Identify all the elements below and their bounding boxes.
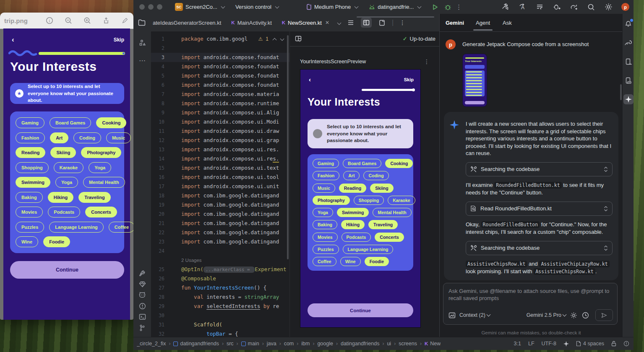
attach-debugger-icon[interactable]	[553, 3, 561, 11]
breadcrumb-item[interactable]: ibm	[301, 341, 310, 347]
running-devices-icon[interactable]	[623, 57, 634, 67]
screenshot-thumbnail[interactable]: Your Interests	[462, 54, 487, 107]
code-line: 11import androidx.compose.ui.draw	[151, 127, 289, 136]
more-run-actions-button[interactable]: ⋮	[456, 3, 462, 11]
code-editor[interactable]: 1package com.ibm.googl23import androidx.…	[151, 31, 289, 337]
kodee-assistant-icon[interactable]	[137, 290, 148, 300]
line-ending[interactable]: LF	[528, 341, 534, 347]
gemini-scrollbar[interactable]	[620, 84, 622, 100]
problems-icon[interactable]	[137, 300, 148, 311]
breadcrumb-item[interactable]: KNew	[425, 341, 441, 347]
zoom-out-icon[interactable]	[64, 16, 73, 25]
send-button[interactable]	[595, 309, 613, 321]
tab-scrollbar[interactable]	[357, 16, 434, 18]
file-search-icon	[470, 205, 477, 212]
project-widget[interactable]: SC Screen2Co...	[175, 3, 224, 11]
tool-card[interactable]: Read RoundedFilledButton.kt	[466, 202, 613, 216]
notifications-bell-icon[interactable]	[623, 19, 634, 29]
breadcrumb-item[interactable]: main	[241, 341, 259, 347]
debug-button[interactable]	[444, 4, 451, 10]
rename-refactor-icon[interactable]: A	[518, 3, 527, 11]
close-icon[interactable]: ✕	[325, 20, 329, 26]
build-icon[interactable]	[501, 3, 509, 11]
main-toolbar: SC Screen2Co... Version control Medium P…	[133, 0, 634, 14]
inspections-widget[interactable]: ⚠1	[257, 36, 285, 42]
build-tool-window-icon[interactable]	[137, 268, 148, 279]
share-icon[interactable]	[102, 16, 110, 25]
editor-tab[interactable]: ateIdeasGeneratorScreen.kt	[148, 14, 226, 31]
terminal-icon[interactable]	[137, 311, 148, 322]
line-number: 30	[151, 311, 164, 320]
preview-layout-icon[interactable]	[294, 35, 302, 43]
markup-icon[interactable]	[121, 16, 129, 25]
tab-ask[interactable]: Ask	[502, 15, 513, 31]
editor-tab[interactable]: KMainActivity.kt	[226, 14, 276, 31]
breadcrumb-item[interactable]: screens	[399, 341, 417, 347]
inspections-status-icon[interactable]	[623, 341, 629, 347]
caret-position[interactable]: 3:1	[514, 341, 521, 347]
expand-chevron-icon[interactable]	[604, 166, 608, 172]
window-minimize-button[interactable]	[148, 4, 154, 10]
vcs-widget[interactable]: Version control	[235, 4, 279, 10]
project-tool-window-icon[interactable]	[138, 18, 146, 27]
window-zoom-button[interactable]	[157, 4, 162, 10]
tab-agent[interactable]: Agent	[475, 15, 491, 31]
git-icon[interactable]	[137, 322, 148, 333]
attach-image-icon[interactable]	[448, 311, 456, 319]
tab-list-chevron-icon[interactable]	[337, 21, 342, 25]
structure-view-icon[interactable]	[347, 18, 355, 27]
dependencies-icon[interactable]	[137, 279, 148, 290]
device-preview-icon[interactable]	[378, 18, 386, 27]
module-selector[interactable]: datingandfrie...	[369, 4, 421, 10]
settings-gear-icon[interactable]	[604, 3, 613, 11]
progress-bar	[362, 89, 415, 91]
lock-icon[interactable]	[611, 341, 616, 347]
encoding[interactable]: UTF-8	[542, 341, 556, 347]
tool-card[interactable]: Searching the codebase	[466, 241, 613, 255]
search-everywhere-icon[interactable]	[587, 3, 595, 11]
interest-chip-grid: GamingBoard GamesCookingFashionArtCoding…	[10, 111, 124, 253]
breadcrumb-item[interactable]: ui	[387, 341, 391, 347]
info-icon[interactable]: i	[45, 16, 54, 25]
user-avatar[interactable]: p	[621, 3, 629, 11]
breadcrumb-item[interactable]: datingandfriends	[173, 341, 219, 347]
breadcrumb-item[interactable]: java	[267, 341, 276, 347]
breadcrumb-item[interactable]: _circle_2_fix	[137, 341, 166, 347]
gemini-settings-gear-icon[interactable]	[569, 311, 578, 319]
device-explorer-icon[interactable]	[623, 75, 634, 85]
interest-chip: Board Games	[343, 159, 381, 168]
breadcrumb[interactable]: _circle_2_fix›datingandfriends›src›main›…	[137, 341, 441, 347]
model-selector[interactable]: Gemini 2.5 Pro	[527, 312, 566, 318]
gemini-tool-window-icon[interactable]	[623, 94, 634, 104]
module-icon	[241, 342, 246, 346]
line-number: 27	[151, 283, 164, 292]
context-selector[interactable]: Context (2)	[459, 312, 490, 318]
zoom-in-icon[interactable]	[83, 16, 91, 25]
gradle-icon[interactable]	[623, 38, 634, 48]
gemini-spark-status-icon[interactable]	[563, 341, 569, 347]
tab-options-kebab-icon[interactable]: ⋮	[399, 19, 405, 26]
preview-status: ✓Up-to-date	[403, 36, 435, 42]
gemini-prompt-input[interactable]: Ask Gemini, use @filename to attach sour…	[443, 283, 618, 325]
more-tool-windows-icon[interactable]: ⋯	[137, 55, 148, 66]
gradle-sync-icon[interactable]	[570, 3, 578, 11]
indent-widget[interactable]: 4 spaces	[576, 341, 604, 347]
expand-chevron-icon[interactable]	[604, 245, 608, 251]
breadcrumb-item[interactable]: src	[227, 341, 234, 347]
tool-card[interactable]: Searching the codebase	[466, 162, 613, 176]
device-selector[interactable]: Medium Phone	[306, 4, 358, 10]
editor-tab[interactable]: KNewScreen.kt✕	[277, 14, 334, 31]
window-close-button[interactable]	[139, 4, 145, 10]
history-clock-icon[interactable]	[581, 311, 589, 319]
structure-icon[interactable]	[137, 37, 148, 48]
run-button[interactable]	[432, 4, 438, 10]
breadcrumb-item[interactable]: google	[317, 341, 333, 347]
breadcrumb-item[interactable]: datingandfriends	[341, 341, 379, 347]
warning-count: 1	[266, 36, 269, 42]
breadcrumb-item[interactable]: com	[284, 341, 294, 347]
editor-scrollbar[interactable]	[287, 35, 289, 259]
split-preview-icon[interactable]	[361, 18, 372, 28]
expand-chevron-icon[interactable]	[604, 206, 608, 212]
preview-options-kebab-icon[interactable]: ⋮	[424, 58, 430, 65]
local-changes-icon[interactable]	[535, 3, 544, 11]
